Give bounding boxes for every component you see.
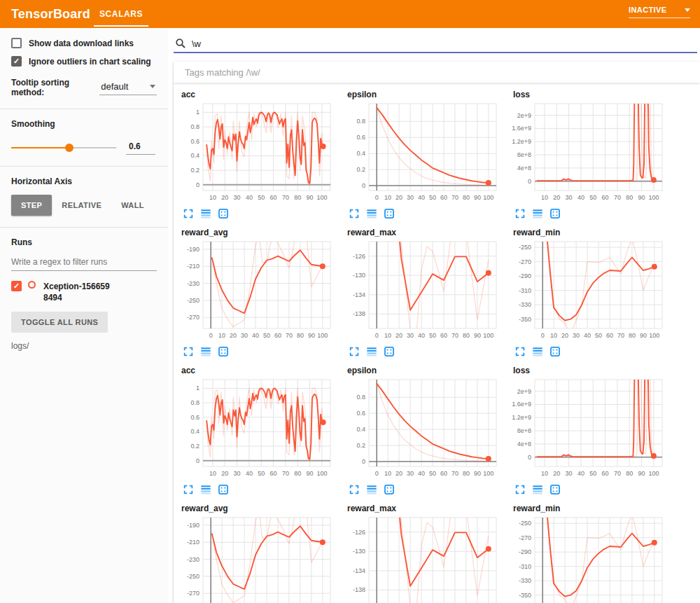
horizontal-axis-label: Horizontal Axis (11, 176, 157, 186)
fit-domain-icon[interactable] (218, 346, 229, 357)
svg-text:-350: -350 (519, 592, 531, 599)
svg-text:30: 30 (241, 332, 248, 339)
toggle-all-runs-button[interactable]: TOGGLE ALL RUNS (11, 312, 108, 333)
smoothing-slider[interactable] (11, 144, 116, 152)
svg-text:0: 0 (375, 194, 379, 201)
svg-text:90: 90 (474, 470, 481, 477)
runs-selector-icon[interactable] (200, 208, 211, 219)
chart-toolbar (514, 207, 674, 219)
chart-plot[interactable]: 0102030405060708090100-126-130-134-138 (342, 238, 500, 342)
runs-selector-icon[interactable] (366, 484, 377, 495)
run-radio-icon[interactable] (28, 281, 36, 289)
runs-selector-icon[interactable] (200, 484, 211, 495)
svg-text:50: 50 (258, 194, 265, 201)
fit-domain-icon[interactable] (384, 484, 395, 495)
axis-relative-button[interactable]: RELATIVE (52, 195, 111, 216)
run-list-item[interactable]: ✓ Xception-1566598494 (11, 281, 157, 303)
scalar-chart-loss: loss10203040506070809010004e+88e+81.2e+9… (508, 361, 674, 499)
fit-domain-icon[interactable] (384, 346, 395, 357)
scalar-chart-reward_avg: reward_avg0102030405060708090100-190-210… (176, 223, 342, 361)
chart-plot[interactable]: 10203040506070809010004e+88e+81.2e+91.6e… (508, 376, 666, 480)
show-download-links-checkbox-row[interactable]: Show data download links (11, 38, 157, 48)
svg-text:10: 10 (209, 194, 216, 201)
fit-domain-icon[interactable] (550, 484, 561, 495)
svg-text:100: 100 (316, 470, 327, 477)
chart-plot[interactable]: 010203040506070809010000.20.40.60.8 (342, 376, 500, 480)
expand-chart-icon[interactable] (349, 484, 360, 495)
axis-step-button[interactable]: STEP (11, 195, 52, 216)
run-checkbox-checked-icon[interactable]: ✓ (11, 281, 22, 291)
svg-text:1.2e+9: 1.2e+9 (512, 414, 531, 421)
expand-chart-icon[interactable] (349, 346, 360, 357)
ignore-outliers-checkbox-row[interactable]: ✓ Ignore outliers in chart scaling (11, 56, 157, 67)
tag-search-field[interactable]: \w (174, 35, 697, 53)
runs-selector-icon[interactable] (366, 346, 377, 357)
svg-text:20: 20 (553, 470, 560, 477)
fit-domain-icon[interactable] (384, 208, 395, 219)
svg-text:10: 10 (541, 194, 548, 201)
log-directory-path: logs/ (11, 341, 157, 351)
svg-text:2e+9: 2e+9 (517, 388, 531, 395)
svg-text:50: 50 (589, 194, 596, 201)
runs-selector-icon[interactable] (532, 208, 543, 219)
scalar-chart-loss: loss10203040506070809010004e+88e+81.2e+9… (508, 85, 674, 223)
checkbox-checked-icon[interactable]: ✓ (11, 56, 22, 67)
run-filter-input[interactable]: Write a regex to filter runs (11, 256, 157, 271)
chart-plot[interactable]: 010203040506070809010000.20.40.60.8 (342, 100, 500, 204)
chart-title: loss (513, 366, 674, 375)
expand-chart-icon[interactable] (349, 208, 360, 219)
svg-text:0.8: 0.8 (356, 394, 365, 401)
svg-text:0.2: 0.2 (356, 442, 365, 449)
scalar-chart-acc: acc10203040506070809010000.20.40.60.81 (176, 85, 342, 223)
expand-chart-icon[interactable] (514, 208, 526, 219)
expand-chart-icon[interactable] (183, 208, 194, 219)
chart-plot[interactable]: 0102030405060708090100-126-130-134-138 (342, 514, 500, 603)
chart-plot[interactable]: 0102030405060708090100-190-210-230-250-2… (176, 238, 335, 342)
svg-text:0.6: 0.6 (356, 410, 365, 417)
svg-text:-130: -130 (353, 272, 365, 279)
expand-chart-icon[interactable] (514, 346, 526, 357)
chevron-down-icon (685, 8, 690, 12)
smoothing-value-input[interactable]: 0.6 (126, 140, 155, 155)
svg-text:100: 100 (483, 194, 493, 201)
tab-scalars[interactable]: SCALARS (90, 0, 153, 28)
fit-domain-icon[interactable] (218, 484, 229, 495)
svg-text:80: 80 (297, 332, 304, 339)
status-dropdown[interactable]: INACTIVE (629, 6, 690, 18)
svg-text:0: 0 (541, 332, 545, 339)
svg-text:1.6e+9: 1.6e+9 (512, 401, 531, 408)
svg-text:10: 10 (384, 194, 391, 201)
runs-selector-icon[interactable] (532, 484, 543, 495)
svg-text:0.4: 0.4 (190, 428, 200, 435)
fit-domain-icon[interactable] (550, 346, 561, 357)
chart-plot[interactable]: 10203040506070809010000.20.40.60.81 (176, 376, 335, 480)
svg-text:0.2: 0.2 (190, 443, 200, 450)
slider-knob[interactable] (65, 144, 74, 152)
divider (0, 227, 168, 228)
tooltip-sorting-label: Tooltip sorting method: (11, 78, 94, 97)
svg-text:20: 20 (396, 194, 402, 201)
expand-chart-icon[interactable] (514, 484, 526, 495)
tooltip-sorting-select[interactable]: default (99, 80, 157, 95)
expand-chart-icon[interactable] (183, 346, 194, 357)
svg-text:-270: -270 (519, 258, 531, 265)
axis-wall-button[interactable]: WALL (111, 195, 154, 216)
runs-selector-icon[interactable] (200, 346, 211, 357)
chart-plot[interactable]: 10203040506070809010004e+88e+81.2e+91.6e… (508, 100, 666, 204)
chart-plot[interactable]: 10203040506070809010000.20.40.60.81 (176, 100, 335, 204)
chart-toolbar (183, 345, 342, 357)
expand-chart-icon[interactable] (183, 484, 194, 495)
svg-text:20: 20 (561, 332, 568, 339)
fit-domain-icon[interactable] (218, 208, 229, 219)
scalar-chart-epsilon: epsilon010203040506070809010000.20.40.60… (342, 85, 508, 223)
runs-selector-icon[interactable] (532, 346, 543, 357)
svg-text:60: 60 (601, 194, 608, 201)
svg-text:-230: -230 (187, 556, 200, 563)
checkbox-unchecked-icon[interactable] (11, 38, 22, 48)
chart-plot[interactable]: 0102030405060708090100-250-270-290-310-3… (508, 514, 666, 603)
fit-domain-icon[interactable] (550, 208, 561, 219)
svg-text:-130: -130 (353, 548, 365, 555)
chart-plot[interactable]: 0102030405060708090100-250-270-290-310-3… (508, 238, 666, 342)
runs-selector-icon[interactable] (366, 208, 377, 219)
chart-plot[interactable]: 0102030405060708090100-190-210-230-250-2… (176, 514, 335, 603)
